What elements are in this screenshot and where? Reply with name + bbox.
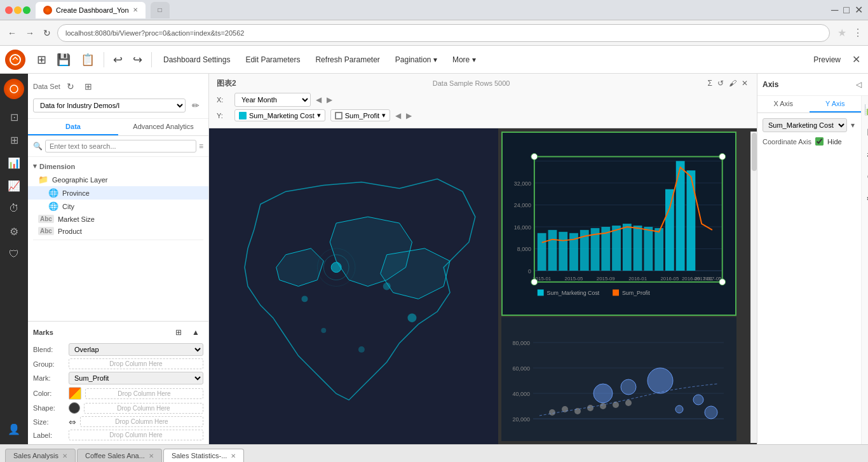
nav-icon-data[interactable]: ⊞ <box>4 130 24 150</box>
back-btn[interactable]: ← <box>5 25 19 41</box>
inactive-browser-tab[interactable]: □ <box>151 2 170 18</box>
search-input[interactable] <box>45 140 196 153</box>
market-size-item[interactable]: Abc Market Size <box>28 213 208 225</box>
axis-chevron-btn[interactable]: ▾ <box>850 119 856 131</box>
hide-checkbox[interactable] <box>815 137 824 146</box>
edit-parameters-btn[interactable]: Edit Parameters <box>239 53 306 67</box>
forward-btn[interactable]: → <box>23 25 37 41</box>
more-btn[interactable]: More ▾ <box>446 53 482 67</box>
x-axis-select[interactable]: Year Month <box>234 93 311 107</box>
y-nav-left[interactable]: ◀ <box>395 111 401 120</box>
save-icon-btn[interactable]: 💾 <box>53 50 74 69</box>
chart-type-icon-btn[interactable]: 📊 <box>862 101 868 118</box>
preview-btn[interactable]: Preview <box>807 53 847 67</box>
group-row: Group: Drop Column Here <box>33 358 203 369</box>
province-item[interactable]: 🌐 Province <box>28 186 208 200</box>
tree-divider <box>33 240 203 240</box>
redo-btn[interactable]: ↪ <box>129 50 146 69</box>
target-icon-btn[interactable]: ⊙ <box>864 168 869 185</box>
color-swatch[interactable] <box>69 387 81 400</box>
tab-coffee-sales[interactable]: Coffee Sales Ana... ✕ <box>77 449 162 462</box>
settings-icon-btn[interactable]: ⚙ <box>864 190 868 207</box>
y-tag-marketing[interactable]: Sum_Marketing Cost ▾ <box>234 109 325 121</box>
maximize-btn[interactable]: □ <box>843 4 850 16</box>
axis-measure-select[interactable]: Sum_Marketing Cost <box>763 118 847 132</box>
tab-x-axis[interactable]: X Axis <box>757 96 810 112</box>
sum-icon-btn[interactable]: Σ <box>707 78 714 89</box>
product-item[interactable]: Abc Product <box>28 225 208 237</box>
dashboard-settings-btn[interactable]: Dashboard Settings <box>157 53 236 67</box>
tab-sales-statistics[interactable]: Sales Statistics-... ✕ <box>163 449 244 462</box>
extension-icon[interactable]: ⋮ <box>853 27 863 39</box>
toolbar-separator2 <box>151 52 152 67</box>
dataset-edit-btn[interactable]: ✏ <box>188 98 203 113</box>
tab-y-axis[interactable]: Y Axis <box>810 96 862 112</box>
city-item[interactable]: 🌐 City <box>28 200 208 213</box>
refresh-btn[interactable]: ↻ <box>41 25 53 41</box>
size-drop-zone[interactable]: Drop Column Here <box>80 416 203 427</box>
grid-layout-icon-btn[interactable]: ⊞ <box>864 123 869 140</box>
list-menu-icon[interactable]: ≡ <box>199 142 203 151</box>
marks-collapse-btn[interactable]: ▲ <box>188 325 203 339</box>
y-tag-profit[interactable]: Sum_Profit ▾ <box>330 109 390 121</box>
paint-btn[interactable]: 🖌 <box>728 78 738 89</box>
vertical-scrollbar[interactable] <box>750 132 757 443</box>
axis-panel-collapse-btn[interactable]: ◁ <box>855 79 863 90</box>
scrollbar-thumb[interactable] <box>752 133 757 171</box>
mark-select[interactable]: Sum_Profit <box>69 372 203 384</box>
grid-icon-btn[interactable]: ⊞ <box>33 50 50 69</box>
label-drop-zone[interactable]: Drop Column Here <box>69 430 203 440</box>
map-container <box>209 128 498 444</box>
svg-rect-25 <box>559 232 567 271</box>
minimize-btn[interactable]: ─ <box>831 4 838 16</box>
geographic-layer-item[interactable]: 📁 Geographic Layer <box>28 173 208 186</box>
tab-data[interactable]: Data <box>28 119 118 135</box>
nav-icon-user[interactable]: 👤 <box>4 419 24 439</box>
tab-coffee-sales-close[interactable]: ✕ <box>149 452 154 459</box>
svg-text:60,000: 60,000 <box>512 365 530 372</box>
nav-icon-dashboard[interactable]: ⊡ <box>4 107 24 127</box>
group-drop-zone[interactable]: Drop Column Here <box>69 358 203 369</box>
chart-widget-2: 20,000 40,000 60,000 80,000 <box>501 317 736 441</box>
bookmark-star[interactable]: ★ <box>837 27 846 39</box>
nav-icon-security[interactable]: 🛡 <box>4 244 24 264</box>
dataset-config-btn[interactable]: ⊞ <box>81 79 96 94</box>
x-label: X: <box>217 96 229 104</box>
app-close-btn[interactable]: ✕ <box>850 51 863 68</box>
svg-text:40,000: 40,000 <box>512 391 530 397</box>
tab-sales-statistics-close[interactable]: ✕ <box>231 452 236 459</box>
svg-rect-32 <box>634 226 642 271</box>
refresh-parameter-btn[interactable]: Refresh Parameter <box>309 53 386 67</box>
color-drop-zone[interactable]: Drop Column Here <box>85 388 203 399</box>
svg-text:16,000: 16,000 <box>514 224 531 231</box>
svg-point-72 <box>648 368 673 393</box>
tab-sales-analysis-close[interactable]: ✕ <box>62 452 67 459</box>
tab-coffee-sales-label: Coffee Sales Ana... <box>85 452 145 459</box>
tab-close-btn[interactable]: ✕ <box>133 6 138 13</box>
blend-select[interactable]: Overlap <box>69 343 203 356</box>
active-browser-tab[interactable]: Create Dashboard_Yon ✕ <box>36 2 146 18</box>
address-bar[interactable]: localhost:8080/bi/Viewer?proc=0&action=i… <box>57 24 830 42</box>
tab-advanced[interactable]: Advanced Analytics <box>118 119 208 135</box>
x-nav-right[interactable]: ▶ <box>327 95 332 104</box>
dataset-select[interactable]: Data for Industry Demos/I <box>33 99 186 112</box>
color-row: Color: Drop Column Here <box>33 387 203 400</box>
undo-btn[interactable]: ↩ <box>109 50 126 69</box>
tab-sales-analysis[interactable]: Sales Analysis ✕ <box>5 449 76 462</box>
save-as-icon-btn[interactable]: 📋 <box>77 50 98 69</box>
close-chart-btn[interactable]: ✕ <box>740 78 749 89</box>
dataset-refresh-btn[interactable]: ↻ <box>63 79 78 94</box>
x-nav-left[interactable]: ◀ <box>316 95 322 104</box>
svg-text:2016-01: 2016-01 <box>628 276 647 282</box>
nav-icon-chart[interactable]: 📊 <box>4 153 24 173</box>
pagination-btn[interactable]: Pagination ▾ <box>389 53 444 67</box>
nav-icon-analytics[interactable]: 📈 <box>4 175 24 196</box>
refresh-chart-btn[interactable]: ↺ <box>716 78 725 89</box>
y-nav-right[interactable]: ▶ <box>406 111 412 120</box>
nav-icon-settings[interactable]: ⚙ <box>4 221 24 241</box>
nav-icon-time[interactable]: ⏱ <box>4 198 24 219</box>
shape-drop-zone[interactable]: Drop Column Here <box>84 403 203 414</box>
marks-grid-btn[interactable]: ⊞ <box>172 325 186 339</box>
window-close-btn[interactable]: ✕ <box>855 4 863 16</box>
sync-icon-btn[interactable]: ⇄ <box>864 146 869 163</box>
